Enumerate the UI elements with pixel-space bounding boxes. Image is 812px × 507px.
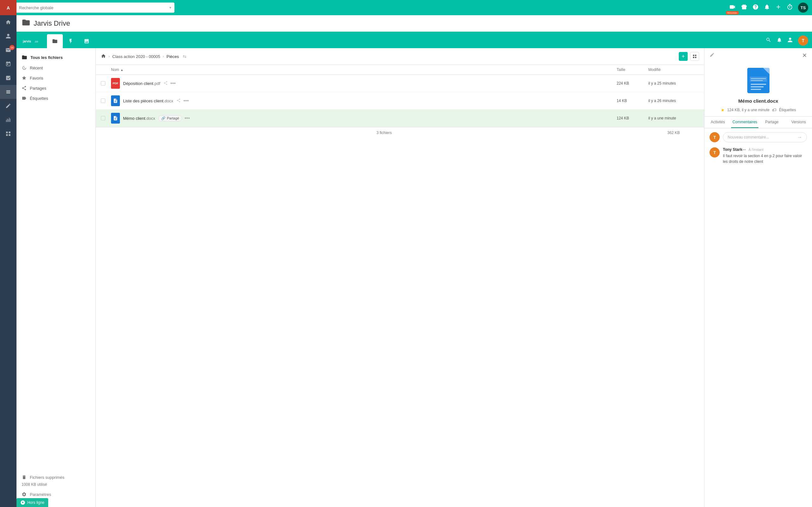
- file-name-1: Déposition client.pdf: [123, 81, 160, 86]
- link-icon: 🔗: [161, 116, 165, 120]
- sidebar-item-user[interactable]: [0, 29, 16, 43]
- sidebar-logo[interactable]: A: [0, 0, 16, 15]
- file-name-2: Liste des pièces client.docx: [123, 99, 173, 103]
- header-name-col[interactable]: Nom ▲: [111, 67, 406, 72]
- shared-label: Partages: [30, 86, 46, 91]
- sub-tab-folder[interactable]: [47, 34, 63, 48]
- sidebar-item-calendar[interactable]: [0, 57, 16, 71]
- breadcrumb-bar: › Class action 2020 - 00005 › Pièces ⇆ +: [96, 48, 406, 65]
- file-row[interactable]: Liste des pièces client.docx ••• 14 KB i…: [96, 92, 406, 110]
- total-files: 3 fichiers: [101, 130, 406, 135]
- file-actions-2: •••: [176, 98, 189, 104]
- sidebar-recent[interactable]: Récent: [16, 63, 96, 73]
- tags-label: Étiquettes: [30, 96, 48, 101]
- left-sidebar: A 29: [0, 0, 16, 253]
- file-share-1[interactable]: [163, 81, 168, 86]
- header-checkbox-col: [101, 67, 111, 72]
- breadcrumb-arrow-2: ›: [163, 54, 164, 59]
- breadcrumb-home[interactable]: [101, 54, 106, 60]
- sidebar-item-mail[interactable]: 29: [0, 43, 16, 57]
- file-more-3[interactable]: •••: [185, 115, 190, 121]
- file-actions-3: 🔗 Partagé •••: [158, 115, 190, 121]
- share-link-icon[interactable]: ⇆: [183, 54, 187, 59]
- file-share-2[interactable]: [176, 98, 181, 104]
- drive-header-icon: [21, 18, 31, 29]
- sub-tab-lightning[interactable]: [63, 34, 79, 48]
- svg-text:jarvis: jarvis: [23, 40, 32, 43]
- all-files-label: Tous les fichiers: [31, 55, 63, 60]
- row-checkbox-1[interactable]: [101, 81, 105, 86]
- file-name-3: Mémo client.docx: [123, 116, 155, 121]
- favorites-label: Favoris: [30, 76, 44, 80]
- file-table-header: Nom ▲ Taille Modifié: [96, 65, 406, 75]
- svg-text:A: A: [7, 5, 10, 10]
- page-header: Jarvis Drive: [16, 15, 406, 32]
- search-bar[interactable]: ▾: [16, 3, 174, 13]
- breadcrumb-arrow-1: ›: [108, 54, 110, 59]
- sidebar-item-edit[interactable]: [0, 99, 16, 113]
- shared-badge: 🔗 Partagé: [158, 115, 182, 121]
- top-nav: ☰ ▾ Nouveau TS: [0, 0, 406, 15]
- sub-header: jarvis .co T: [16, 32, 406, 48]
- breadcrumb-pieces: Pièces: [166, 54, 179, 59]
- file-row[interactable]: PDF Déposition client.pdf ••• 224 KB il …: [96, 75, 406, 92]
- sort-icon: ▲: [120, 68, 123, 72]
- pdf-icon-1: PDF: [111, 78, 120, 89]
- name-col-label: Nom: [111, 67, 119, 72]
- row-checkbox-2[interactable]: [101, 99, 105, 103]
- search-input[interactable]: [19, 5, 169, 10]
- sidebar-item-analytics[interactable]: [0, 113, 16, 127]
- sidebar-favorites[interactable]: Favoris: [16, 73, 96, 83]
- sidebar-tags[interactable]: Étiquettes: [16, 93, 96, 103]
- mail-badge: 29: [9, 45, 14, 50]
- docx-icon-2: [111, 95, 120, 106]
- file-name-cell-3: Mémo client.docx 🔗 Partagé •••: [111, 113, 406, 124]
- sidebar-item-tasks[interactable]: [0, 71, 16, 85]
- docx-icon-3: [111, 113, 120, 124]
- all-files-header[interactable]: Tous les fichiers: [16, 52, 96, 63]
- file-actions-1: •••: [163, 80, 176, 86]
- badge-label: Partagé: [167, 116, 179, 120]
- file-list-panel: › Class action 2020 - 00005 › Pièces ⇆ +…: [96, 48, 406, 253]
- file-more-1[interactable]: •••: [170, 80, 176, 86]
- svg-text:.co: .co: [34, 40, 38, 43]
- file-name-cell-1: PDF Déposition client.pdf •••: [111, 78, 406, 89]
- sub-tab-image[interactable]: [79, 34, 95, 48]
- file-more-2[interactable]: •••: [183, 98, 189, 104]
- sidebar-shared[interactable]: Partages: [16, 83, 96, 93]
- breadcrumb-case[interactable]: Class action 2020 - 00005: [112, 54, 160, 59]
- file-total-row: 3 fichiers 362 KB: [96, 127, 406, 138]
- row-checkbox-3[interactable]: [101, 116, 105, 120]
- file-name-cell-2: Liste des pièces client.docx •••: [111, 95, 406, 106]
- file-sidebar: Tous les fichiers Récent Favoris Partage…: [16, 48, 96, 253]
- sidebar-item-grid[interactable]: [0, 127, 16, 141]
- recent-label: Récent: [30, 66, 43, 70]
- sidebar-item-home[interactable]: [0, 15, 16, 29]
- sidebar-item-drive[interactable]: [0, 85, 16, 99]
- search-chevron: ▾: [169, 5, 171, 10]
- main-content: Tous les fichiers Récent Favoris Partage…: [16, 48, 406, 253]
- file-row[interactable]: Mémo client.docx 🔗 Partagé ••• 124 KB il…: [96, 110, 406, 127]
- sub-header-logo: jarvis .co: [20, 34, 44, 48]
- page-title: Jarvis Drive: [34, 19, 70, 27]
